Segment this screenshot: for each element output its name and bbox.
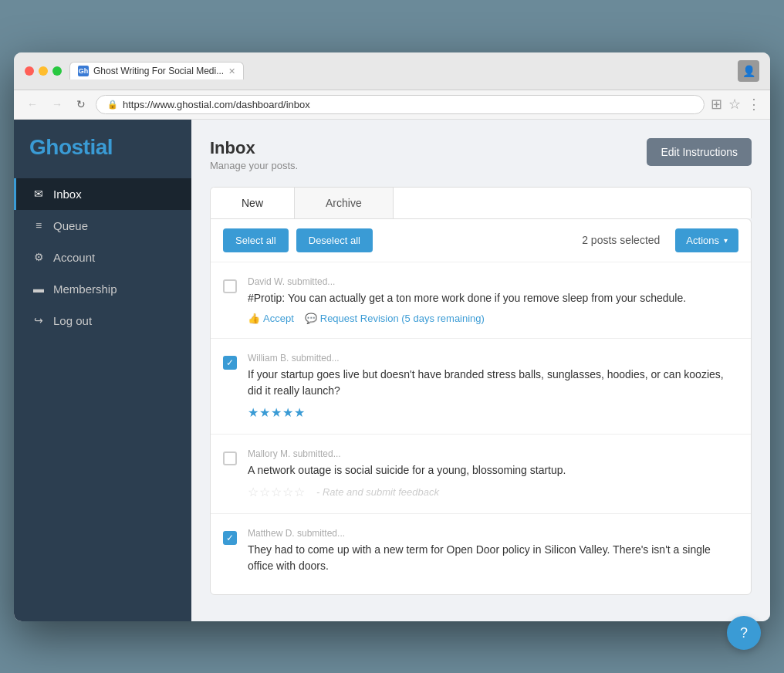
- sidebar: Ghostial ✉ Inbox ≡ Queue ⚙ Account ▬ Mem…: [14, 120, 191, 621]
- sidebar-item-membership[interactable]: ▬ Membership: [14, 273, 191, 305]
- main-content: Inbox Manage your posts. Edit Instructio…: [191, 120, 770, 621]
- page-title: Inbox: [210, 138, 298, 158]
- post-item-2: ✓ William B. submitted... If your startu…: [211, 339, 751, 435]
- close-button[interactable]: [25, 66, 34, 76]
- post-checkbox-1[interactable]: [223, 279, 237, 293]
- rate-feedback-label: - Rate and submit feedback: [316, 486, 439, 498]
- account-icon: ⚙: [32, 251, 46, 263]
- minimize-button[interactable]: [39, 66, 48, 76]
- post-item-4: ✓ Matthew D. submitted... They had to co…: [211, 514, 751, 594]
- address-bar[interactable]: 🔒 https://www.ghostial.com/dashboard/inb…: [96, 95, 705, 114]
- post-item-3: Mallory M. submitted... A network outage…: [211, 435, 751, 514]
- menu-icon[interactable]: ⋮: [747, 96, 761, 113]
- tabs-container: New Archive: [210, 187, 752, 218]
- post-actions-3: ☆☆☆☆☆ - Rate and submit feedback: [248, 485, 738, 499]
- checkbox-wrap-2[interactable]: ✓: [223, 356, 237, 370]
- page-header: Inbox Manage your posts. Edit Instructio…: [210, 138, 752, 171]
- page-subtitle: Manage your posts.: [210, 160, 298, 171]
- tab-archive[interactable]: Archive: [295, 188, 394, 218]
- sidebar-item-account[interactable]: ⚙ Account: [14, 242, 191, 273]
- select-all-button[interactable]: Select all: [223, 228, 289, 252]
- revision-label: Request Revision (5 days remaining): [320, 313, 485, 324]
- post-submitter-2: William B. submitted...: [248, 353, 738, 364]
- tab-title: Ghost Writing For Social Medi...: [93, 66, 224, 76]
- tab-bar: Gh Ghost Writing For Social Medi... ✕: [69, 62, 730, 79]
- sidebar-nav: ✉ Inbox ≡ Queue ⚙ Account ▬ Membership ↪: [14, 178, 191, 336]
- app-container: Ghostial ✉ Inbox ≡ Queue ⚙ Account ▬ Mem…: [14, 120, 770, 621]
- queue-icon: ≡: [32, 219, 46, 232]
- forward-button[interactable]: →: [48, 96, 66, 112]
- inbox-icon: ✉: [32, 188, 46, 200]
- maximize-button[interactable]: [52, 66, 62, 76]
- post-text-3: A network outage is social suicide for a…: [248, 462, 738, 479]
- revision-button-1[interactable]: 💬 Request Revision (5 days remaining): [305, 313, 485, 324]
- page-heading: Inbox Manage your posts.: [210, 138, 298, 171]
- post-submitter-4: Matthew D. submitted...: [248, 528, 738, 539]
- inbox-card: Select all Deselect all 2 posts selected…: [210, 218, 752, 595]
- logo-text: Ghostial: [29, 135, 113, 159]
- checkbox-wrap-1[interactable]: [223, 279, 237, 293]
- empty-star-rating-3[interactable]: ☆☆☆☆☆: [248, 485, 306, 499]
- post-checkbox-2[interactable]: ✓: [223, 356, 237, 370]
- sidebar-item-queue[interactable]: ≡ Queue: [14, 210, 191, 242]
- post-submitter-1: David W. submitted...: [248, 276, 738, 287]
- post-content-3: Mallory M. submitted... A network outage…: [248, 448, 738, 499]
- refresh-button[interactable]: ↻: [73, 96, 90, 112]
- post-text-1: #Protip: You can actually get a ton more…: [248, 290, 738, 306]
- edit-instructions-button[interactable]: Edit Instructions: [647, 138, 752, 166]
- comment-icon: 💬: [305, 313, 317, 324]
- sidebar-item-queue-label: Queue: [53, 219, 88, 232]
- sidebar-item-logout[interactable]: ↪ Log out: [14, 305, 191, 336]
- sidebar-item-inbox[interactable]: ✉ Inbox: [14, 178, 191, 210]
- accept-button-1[interactable]: 👍 Accept: [248, 313, 294, 324]
- sidebar-item-membership-label: Membership: [53, 282, 117, 296]
- tab-close-icon[interactable]: ✕: [228, 66, 235, 76]
- post-item-1: David W. submitted... #Protip: You can a…: [211, 262, 751, 339]
- post-content-4: Matthew D. submitted... They had to come…: [248, 528, 738, 580]
- post-checkbox-4[interactable]: ✓: [223, 531, 237, 545]
- post-text-4: They had to come up with a new term for …: [248, 542, 738, 574]
- actions-label: Actions: [686, 235, 719, 246]
- profile-icon[interactable]: 👤: [738, 60, 759, 82]
- browser-tab[interactable]: Gh Ghost Writing For Social Medi... ✕: [69, 62, 244, 79]
- toolbar: Select all Deselect all 2 posts selected…: [211, 219, 751, 262]
- post-actions-1: 👍 Accept 💬 Request Revision (5 days rema…: [248, 313, 738, 324]
- chevron-down-icon: ▾: [724, 236, 728, 245]
- sidebar-item-inbox-label: Inbox: [53, 188, 82, 201]
- actions-button[interactable]: Actions ▾: [675, 228, 738, 252]
- checkbox-wrap-4[interactable]: ✓: [223, 531, 237, 545]
- help-button[interactable]: ?: [727, 616, 761, 650]
- star-rating-2[interactable]: ★★★★★: [248, 405, 306, 420]
- logout-icon: ↪: [32, 314, 46, 326]
- deselect-all-button[interactable]: Deselect all: [296, 228, 373, 252]
- tab-new[interactable]: New: [211, 188, 295, 218]
- post-submitter-3: Mallory M. submitted...: [248, 448, 738, 459]
- checkbox-wrap-3[interactable]: [223, 451, 237, 465]
- selected-count: 2 posts selected: [582, 234, 660, 246]
- membership-icon: ▬: [32, 282, 46, 295]
- tab-favicon: Gh: [78, 66, 89, 76]
- lock-icon: 🔒: [107, 100, 118, 110]
- post-checkbox-3[interactable]: [223, 451, 237, 465]
- url-text: https://www.ghostial.com/dashboard/inbox: [123, 99, 310, 110]
- browser-window: Gh Ghost Writing For Social Medi... ✕ 👤 …: [14, 52, 770, 621]
- extensions-icon[interactable]: ⊞: [711, 96, 722, 113]
- nav-bar: ← → ↻ 🔒 https://www.ghostial.com/dashboa…: [14, 90, 770, 120]
- title-bar: Gh Ghost Writing For Social Medi... ✕ 👤: [14, 52, 770, 90]
- post-text-2: If your startup goes live but doesn't ha…: [248, 367, 738, 399]
- post-content-1: David W. submitted... #Protip: You can a…: [248, 276, 738, 324]
- back-button[interactable]: ←: [23, 96, 42, 112]
- thumbs-up-icon: 👍: [248, 313, 260, 324]
- post-actions-2: ★★★★★: [248, 405, 738, 420]
- sidebar-logo: Ghostial: [14, 135, 191, 178]
- post-content-2: William B. submitted... If your startup …: [248, 353, 738, 420]
- sidebar-item-account-label: Account: [53, 251, 95, 264]
- accept-label: Accept: [263, 313, 294, 324]
- sidebar-item-logout-label: Log out: [53, 314, 92, 327]
- bookmark-icon[interactable]: ☆: [728, 96, 741, 113]
- traffic-lights: [25, 66, 62, 76]
